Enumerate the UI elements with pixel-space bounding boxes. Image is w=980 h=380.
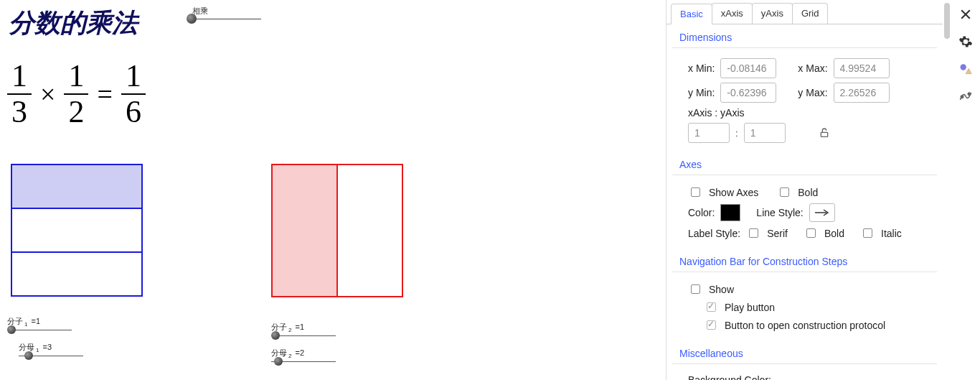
svg-point-7 bbox=[968, 93, 970, 95]
xmin-input[interactable] bbox=[720, 58, 776, 78]
slider-track[interactable] bbox=[271, 361, 336, 362]
svg-point-6 bbox=[961, 96, 963, 98]
show-axes-checkbox[interactable] bbox=[691, 187, 700, 197]
blue-cell-empty bbox=[11, 209, 143, 253]
nav-show-checkbox[interactable] bbox=[691, 284, 700, 294]
section-misc-header: Miscellaneous bbox=[672, 340, 937, 364]
open-protocol-label: Button to open construction protocol bbox=[725, 320, 885, 331]
fraction-box-red bbox=[271, 164, 403, 297]
numerator1-slider[interactable]: 分子1 = 1 bbox=[7, 316, 93, 330]
slider-knob[interactable] bbox=[274, 357, 283, 366]
label-style-label: Label Style: bbox=[688, 228, 740, 239]
slider-knob[interactable] bbox=[24, 351, 33, 360]
svg-marker-5 bbox=[966, 68, 971, 74]
ymin-input[interactable] bbox=[720, 83, 776, 103]
play-button-label: Play button bbox=[725, 302, 775, 313]
geogebra-canvas[interactable]: 分数的乘法 相乘 1 3 × 1 2 = 1 6 bbox=[0, 0, 666, 380]
line-style-label: Line Style: bbox=[756, 207, 803, 218]
lock-icon[interactable] bbox=[819, 127, 830, 139]
fraction-result: 1 6 bbox=[121, 59, 146, 129]
axes-color-swatch[interactable] bbox=[720, 204, 740, 221]
slider-track[interactable] bbox=[189, 19, 261, 19]
tab-yaxis[interactable]: yAxis bbox=[752, 3, 793, 24]
fraction-2-denominator: 2 bbox=[64, 95, 88, 129]
fraction-2-numerator: 1 bbox=[64, 59, 88, 93]
denominator2-slider[interactable]: 分母2 = 2 bbox=[271, 348, 357, 362]
fraction-box-blue bbox=[11, 164, 143, 297]
section-axes-header: Axes bbox=[672, 152, 937, 175]
red-cell-filled bbox=[271, 164, 338, 297]
settings-panel: Basic xAxis yAxis Grid Dimensions x Min:… bbox=[666, 0, 951, 380]
denominator1-label: 分母1 = 3 bbox=[19, 342, 105, 353]
italic-label: Italic bbox=[881, 228, 902, 239]
xmax-input[interactable] bbox=[834, 58, 890, 78]
right-toolbar bbox=[951, 0, 980, 380]
tab-grid[interactable]: Grid bbox=[792, 3, 829, 24]
ratio-label: xAxis : yAxis bbox=[688, 107, 745, 119]
denominator2-label: 分母2 = 2 bbox=[271, 348, 357, 358]
function-icon[interactable] bbox=[958, 89, 973, 103]
slider-track[interactable] bbox=[19, 356, 83, 356]
xmin-label: x Min: bbox=[688, 62, 715, 74]
nav-show-label: Show bbox=[709, 284, 734, 295]
svg-rect-0 bbox=[821, 132, 827, 136]
slider-knob[interactable] bbox=[7, 325, 16, 334]
ymax-input[interactable] bbox=[834, 83, 890, 103]
shapes-icon[interactable] bbox=[958, 62, 973, 76]
slider-knob[interactable] bbox=[271, 331, 280, 340]
ymax-label: y Max: bbox=[798, 87, 827, 98]
numerator2-slider[interactable]: 分子2 = 1 bbox=[271, 322, 357, 336]
slider-track[interactable] bbox=[7, 330, 72, 330]
line-style-button[interactable] bbox=[809, 203, 835, 222]
fraction-result-denominator: 6 bbox=[121, 95, 146, 129]
gear-icon[interactable] bbox=[958, 34, 973, 49]
denominator1-slider[interactable]: 分母1 = 3 bbox=[19, 342, 105, 356]
serif-checkbox[interactable] bbox=[749, 228, 758, 238]
fraction-1-denominator: 3 bbox=[7, 95, 32, 129]
show-axes-label: Show Axes bbox=[709, 187, 758, 198]
play-button-checkbox[interactable] bbox=[707, 302, 716, 312]
slider-knob[interactable] bbox=[187, 14, 197, 24]
fraction-equation: 1 3 × 1 2 = 1 6 bbox=[7, 59, 146, 129]
open-protocol-checkbox[interactable] bbox=[707, 320, 716, 330]
bold-axes-label: Bold bbox=[798, 187, 818, 198]
tab-xaxis[interactable]: xAxis bbox=[712, 3, 753, 24]
section-nav: Show Play button Button to open construc… bbox=[666, 272, 943, 340]
tab-basic[interactable]: Basic bbox=[671, 4, 712, 24]
blue-cell-filled bbox=[11, 164, 143, 209]
close-icon[interactable] bbox=[958, 7, 973, 22]
serif-label: Serif bbox=[767, 228, 788, 239]
svg-point-4 bbox=[961, 64, 966, 70]
times-operator: × bbox=[40, 78, 55, 110]
tabs: Basic xAxis yAxis Grid bbox=[666, 0, 943, 24]
slider-track[interactable] bbox=[271, 335, 336, 336]
ymin-label: y Min: bbox=[688, 87, 715, 98]
fraction-1-numerator: 1 bbox=[7, 59, 32, 93]
blue-cell-empty bbox=[11, 253, 143, 297]
multiply-slider[interactable]: 相乘 bbox=[189, 9, 261, 9]
axes-color-label: Color: bbox=[688, 207, 715, 218]
bold-axes-checkbox[interactable] bbox=[780, 187, 789, 197]
ratio-colon: : bbox=[735, 128, 738, 139]
scrollbar[interactable] bbox=[944, 3, 950, 39]
section-axes: Show Axes Bold Color: Line Style: Label … bbox=[666, 175, 943, 249]
arrow-right-icon bbox=[814, 209, 831, 216]
ratio-x-input[interactable] bbox=[688, 123, 730, 143]
bg-color-label: Background Color: bbox=[688, 374, 771, 380]
xmax-label: x Max: bbox=[798, 62, 827, 74]
numerator1-label: 分子1 = 1 bbox=[7, 316, 93, 327]
numerator2-label: 分子2 = 1 bbox=[271, 322, 357, 333]
section-dimensions-header: Dimensions bbox=[672, 24, 937, 48]
italic-checkbox[interactable] bbox=[863, 228, 872, 238]
fraction-2: 1 2 bbox=[64, 59, 88, 129]
fraction-1: 1 3 bbox=[7, 59, 32, 129]
bold-label-label: Bold bbox=[824, 228, 844, 239]
section-dimensions: x Min: x Max: y Min: y Max: xAxis : yAxi… bbox=[666, 48, 943, 152]
equals-operator: = bbox=[97, 78, 112, 110]
ratio-y-input[interactable] bbox=[744, 123, 786, 143]
page-title: 分数的乘法 bbox=[9, 6, 138, 41]
bold-label-checkbox[interactable] bbox=[806, 228, 816, 238]
section-misc: Background Color: bbox=[666, 364, 943, 380]
section-nav-header: Navigation Bar for Construction Steps bbox=[672, 249, 937, 272]
red-cell-empty bbox=[338, 164, 403, 297]
